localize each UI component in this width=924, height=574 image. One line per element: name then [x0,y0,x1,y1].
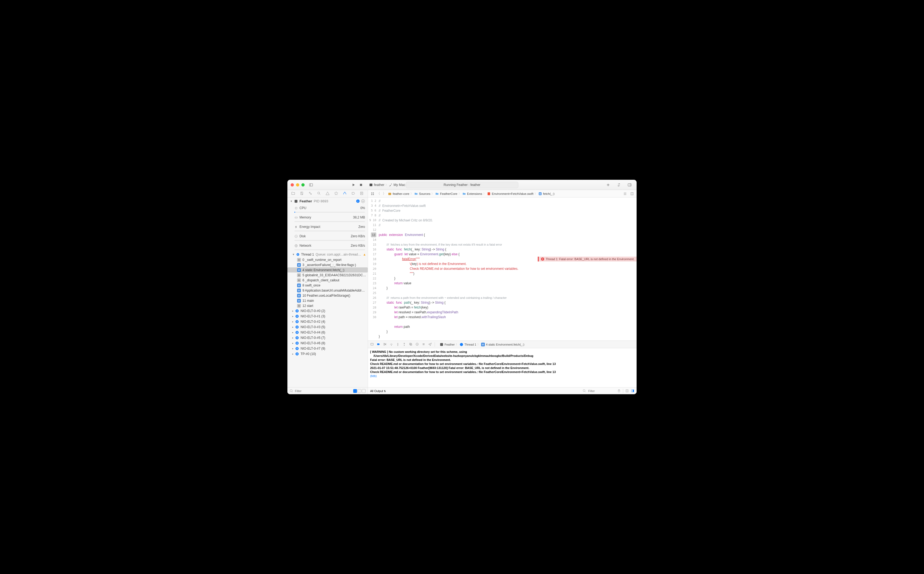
filter-icon[interactable] [290,389,293,393]
scheme-selector[interactable]: feather 〉 My Mac [369,183,405,187]
filter-toggle-2[interactable] [357,389,361,393]
memory-label: Memory [299,216,311,219]
project-navigator-tab[interactable] [291,191,295,196]
app-icon [294,199,298,203]
thread-row[interactable]: ▸NIO-ELT-0-#5 (7) [287,335,368,341]
variables-pane-icon[interactable] [625,389,629,393]
thread-icon [460,343,463,346]
xcode-window: feather 〉 My Mac Running Feather : feath… [287,180,637,394]
thread-1-row[interactable]: ▼ Thread 1 Queue: com.appl…ain-thread (s… [287,252,368,257]
hide-debug-button[interactable] [370,342,374,347]
find-navigator-tab[interactable] [317,191,321,196]
toggle-navigator-button[interactable] [307,181,315,189]
debug-breadcrumb[interactable]: Feather〉 Thread 1〉 U 4 static Environmen… [440,343,524,346]
process-header[interactable]: ▼ Feather PID 8693 i [287,197,368,205]
disclosure-triangle-icon: ▸ [292,347,294,350]
traffic-lights [291,183,305,186]
code-review-button[interactable] [615,181,623,189]
editor-options-button[interactable] [630,191,634,196]
inline-error-banner[interactable]: ! Thread 1: Fatal error: BASE_URL is not… [538,257,637,262]
disclosure-triangle-icon: ▸ [292,320,294,323]
disk-value: Zero KB/s [351,234,365,238]
zoom-window-button[interactable] [301,183,305,186]
trash-icon[interactable] [617,389,621,393]
stack-frame[interactable]: U3 _assertionFailure(_:_:file:line:flags… [287,262,368,267]
debug-navigator-tab[interactable] [343,191,347,196]
run-button[interactable] [350,181,357,189]
stack-frame[interactable]: U8 swift_once [287,283,368,288]
forward-button[interactable]: 〉 [382,191,387,196]
disk-metric[interactable]: DiskZero KB/s [287,233,368,240]
energy-metric[interactable]: Energy ImpactZero [287,224,368,230]
source-editor[interactable]: 1 2 3 4 5 6 7 8 9 10 11 12 13 14 15 16 1… [368,197,637,341]
back-button[interactable]: 〈 [376,191,381,196]
stack-frame[interactable]: A5 globalinit_33_E3DA4AC59221D2631DC46… [287,273,368,278]
svg-point-60 [417,344,417,344]
energy-value: Zero [358,225,365,229]
thread-row[interactable]: ▸NIO-ELT-0-#1 (3) [287,314,368,319]
info-icon[interactable]: i [356,199,360,203]
bolt-icon [294,225,298,229]
debug-view-hierarchy-button[interactable] [409,342,412,347]
network-metric[interactable]: NetworkZero KB/s [287,242,368,249]
minimap-button[interactable] [623,191,628,196]
filter-input[interactable] [295,390,352,393]
add-button[interactable] [604,181,612,189]
thread-row[interactable]: ▸NIO-ELT-0-#0 (2) [287,308,368,314]
network-value: Zero KB/s [351,244,365,248]
memory-metric[interactable]: Memory38,2 MB [287,214,368,221]
stack-frame[interactable]: U9 Application.baseUrl.unsafeMutableAddr… [287,288,368,293]
warning-icon: ▲ [363,252,366,256]
activity-status[interactable]: Running Feather : feather [406,182,518,188]
svg-point-56 [404,345,405,345]
filter-icon[interactable] [582,389,586,393]
report-navigator-tab[interactable] [360,191,364,196]
thread-row[interactable]: ▸TP-#0 (10) [287,351,368,356]
stop-button[interactable] [357,181,365,189]
thread-row[interactable]: ▸NIO-ELT-0-#2 (4) [287,319,368,324]
step-in-button[interactable] [396,342,400,347]
related-items-button[interactable] [370,191,375,196]
location-button[interactable] [428,342,432,347]
stack-frame[interactable]: A0 _swift_runtime_on_report [287,257,368,262]
continue-button[interactable] [383,342,387,347]
source-control-navigator-tab[interactable] [300,191,304,196]
thread-row[interactable]: ▸NIO-ELT-0-#7 (9) [287,346,368,351]
stack-frame[interactable]: U10 Feather.useLocalFileStorage() [287,293,368,298]
debug-console[interactable]: [ WARNING ] No custom working directory … [368,348,637,387]
network-bar [294,249,365,250]
symbol-navigator-tab[interactable] [309,191,312,196]
output-filter-button[interactable]: All Output ⇅ [370,390,386,393]
env-overrides-button[interactable] [422,342,425,347]
breadcrumb[interactable]: feather-core〉 Sources〉 FeatherCore〉 Exte… [388,192,554,196]
thread-label: NIO-ELT-0-#6 (8) [301,341,325,345]
stack-frame[interactable]: U4 static Environment.fetch(_:) [287,267,368,273]
stack-frame[interactable]: U11 main [287,298,368,303]
memory-bar [294,221,365,222]
issue-navigator-tab[interactable] [326,191,330,196]
memory-value: 38,2 MB [353,216,365,219]
thread-row[interactable]: ▸NIO-ELT-0-#6 (8) [287,341,368,346]
step-over-button[interactable] [389,342,393,347]
breakpoints-button[interactable] [376,342,380,347]
filter-toggle-3[interactable] [362,389,365,393]
svg-point-42 [290,390,292,391]
breakpoint-navigator-tab[interactable] [351,191,355,196]
console-pane-icon[interactable] [631,389,634,393]
test-navigator-tab[interactable] [334,191,338,196]
thread-row[interactable]: ▸NIO-ELT-0-#3 (5) [287,324,368,330]
stack-frame[interactable]: A6 _dispatch_client_callout [287,278,368,283]
close-window-button[interactable] [291,183,294,186]
step-out-button[interactable] [402,342,406,347]
minimize-window-button[interactable] [296,183,299,186]
memory-graph-icon[interactable] [361,199,365,203]
thread-row[interactable]: ▸NIO-ELT-0-#4 (6) [287,330,368,335]
code-content[interactable]: // // Environmetn+FetchValue.swift // Fe… [379,197,637,341]
stack-frame[interactable]: A12 start [287,303,368,308]
filter-toggles [353,389,365,393]
debug-memory-button[interactable] [415,342,419,347]
console-filter-input[interactable] [588,390,615,393]
cpu-metric[interactable]: CPU0% [287,205,368,211]
toggle-inspector-button[interactable] [626,181,633,189]
filter-toggle-1[interactable] [353,389,357,393]
